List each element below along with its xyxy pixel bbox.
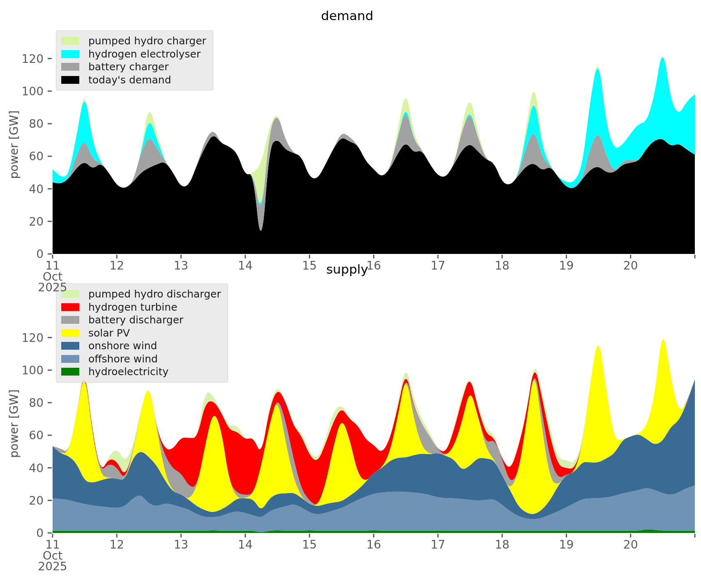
legend-item-offshore-wind: offshore wind — [61, 353, 221, 366]
demand-chart-title: demand — [321, 8, 373, 23]
demand-x-tick-label: 13 — [174, 259, 189, 272]
legend-swatch-icon — [61, 50, 79, 58]
supply-x-tick-label: 16 — [367, 538, 381, 551]
supply-legend: pumped hydro dischargerhydrogen turbineb… — [56, 284, 228, 383]
legend-label: solar PV — [88, 327, 130, 339]
demand-x-tick-label: 20 — [623, 259, 638, 272]
demand-x-tick-label: 19 — [559, 259, 574, 272]
supply-x-tick-label: 15 — [302, 538, 317, 551]
legend-label: hydrogen turbine — [88, 301, 178, 313]
legend-swatch-icon — [61, 63, 79, 71]
legend-label: pumped hydro charger — [88, 35, 206, 47]
demand-y-tick-label: 80 — [29, 117, 44, 131]
supply-y-tick-label: 40 — [29, 461, 44, 475]
legend-swatch-icon — [61, 329, 79, 337]
demand-y-tick-label: 120 — [22, 52, 44, 65]
supply-x-tick-label: 17 — [431, 538, 445, 551]
legend-label: battery discharger — [88, 314, 183, 326]
legend-label: battery charger — [88, 61, 168, 73]
supply-x-tick-label: 12 — [109, 538, 124, 551]
legend-item-battery-charger: battery charger — [61, 60, 206, 74]
supply-y-axis-label: power [GW] — [7, 390, 21, 458]
legend-swatch-icon — [61, 316, 79, 324]
supply-x-tick-label: 14 — [238, 538, 253, 551]
legend-label: today's demand — [88, 74, 171, 86]
demand-legend: pumped hydro chargerhydrogen electrolyse… — [56, 30, 213, 90]
legend-swatch-icon — [61, 303, 79, 311]
legend-label: onshore wind — [88, 340, 157, 352]
supply-y-tick-label: 0 — [36, 526, 44, 540]
legend-label: pumped hydro discharger — [88, 288, 221, 300]
demand-y-tick-label: 100 — [22, 84, 44, 98]
demand-x-tick-label: 17 — [431, 259, 445, 272]
legend-item-pumped-hydro-charger: pumped hydro charger — [61, 35, 206, 48]
legend-swatch-icon — [61, 37, 79, 45]
supply-y-tick-label: 120 — [22, 331, 44, 344]
supply-x-year-label: 2025 — [38, 560, 67, 573]
supply-y-tick-label: 80 — [29, 396, 44, 410]
legend-swatch-icon — [61, 355, 79, 363]
demand-y-tick-label: 40 — [29, 182, 44, 196]
supply-y-tick-label: 60 — [29, 429, 44, 442]
supply-x-tick-label: 19 — [559, 538, 574, 551]
legend-label: hydrogen electrolyser — [88, 48, 201, 60]
legend-item-battery-discharger: battery discharger — [61, 314, 221, 327]
legend-label: hydroelectricity — [88, 366, 168, 378]
supply-y-tick-label: 20 — [29, 493, 44, 507]
legend-item-pumped-hydro-discharger: pumped hydro discharger — [61, 288, 221, 301]
legend-item-solar-pv: solar PV — [61, 327, 221, 340]
legend-swatch-icon — [61, 76, 79, 84]
demand-x-tick-label: 12 — [109, 259, 124, 272]
supply-chart-title: supply — [326, 262, 368, 277]
legend-swatch-icon — [61, 368, 79, 376]
legend-label: offshore wind — [88, 353, 158, 365]
supply-x-tick-label: 13 — [174, 538, 189, 551]
legend-item-onshore-wind: onshore wind — [61, 339, 221, 353]
supply-x-tick-label: 20 — [623, 538, 638, 551]
demand-x-tick-label: 15 — [302, 259, 317, 272]
legend-item-hydrogen-electrolyser: hydrogen electrolyser — [61, 48, 206, 61]
demand-x-tick-label: 14 — [238, 259, 253, 272]
demand-y-tick-label: 0 — [36, 247, 44, 261]
legend-swatch-icon — [61, 342, 79, 350]
demand-x-year-label: 2025 — [38, 281, 67, 294]
legend-item-today-s-demand: today's demand — [61, 74, 206, 87]
demand-x-tick-label: 16 — [367, 259, 381, 272]
demand-y-tick-label: 20 — [29, 214, 44, 228]
supply-x-tick-label: 18 — [495, 538, 510, 551]
supply-y-tick-label: 100 — [22, 363, 44, 377]
figure: demand supply power [GW] power [GW] pump… — [0, 0, 701, 588]
demand-y-axis-label: power [GW] — [7, 111, 21, 179]
demand-x-tick-label: 18 — [495, 259, 510, 272]
legend-item-hydrogen-turbine: hydrogen turbine — [61, 301, 221, 314]
legend-item-hydroelectricity: hydroelectricity — [61, 365, 221, 378]
demand-y-tick-label: 60 — [29, 150, 44, 163]
